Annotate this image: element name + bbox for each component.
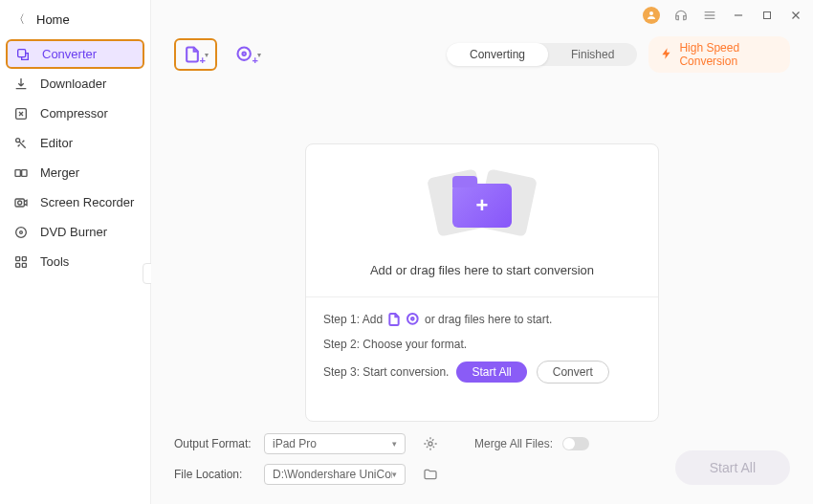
sidebar-item-dvd[interactable]: DVD Burner <box>0 217 150 247</box>
tab-finished[interactable]: Finished <box>548 43 637 66</box>
menu-icon[interactable] <box>702 8 717 23</box>
sidebar-item-label: Merger <box>40 165 79 180</box>
sidebar-item-recorder[interactable]: Screen Recorder <box>0 187 150 217</box>
home-link[interactable]: 〈 Home <box>0 0 150 39</box>
sidebar-item-label: Converter <box>42 47 97 61</box>
sidebar-item-label: Tools <box>40 254 69 269</box>
sidebar-item-label: DVD Burner <box>40 225 107 239</box>
svg-point-6 <box>18 201 22 205</box>
toolbar: + ▾ + ▾ Converting Finished High Speed C… <box>151 31 813 86</box>
merge-row: Merge All Files: <box>474 437 589 450</box>
svg-point-13 <box>649 11 653 15</box>
drop-zone[interactable]: + Add or drag files here to start conver… <box>306 144 658 297</box>
svg-rect-4 <box>22 169 27 176</box>
drop-text: Add or drag files here to start conversi… <box>325 263 639 277</box>
high-speed-badge[interactable]: High Speed Conversion <box>648 36 790 73</box>
output-format-select[interactable]: iPad Pro ▾ <box>264 433 406 454</box>
chevron-down-icon: ▾ <box>392 470 397 479</box>
add-file-mini-icon <box>386 312 402 327</box>
close-icon[interactable] <box>788 8 803 23</box>
svg-point-7 <box>16 227 27 237</box>
drop-card: + Add or drag files here to start conver… <box>305 143 659 422</box>
sidebar-item-editor[interactable]: Editor <box>0 128 150 158</box>
merge-label: Merge All Files: <box>474 437 553 450</box>
svg-rect-9 <box>16 256 20 260</box>
svg-rect-14 <box>764 12 771 19</box>
step-2: Step 2: Choose your format. <box>323 336 641 353</box>
sidebar-item-label: Screen Recorder <box>40 195 134 209</box>
add-dvd-button[interactable]: + ▾ <box>229 40 268 69</box>
dvd-icon <box>13 225 29 240</box>
start-all-mini-button[interactable]: Start All <box>456 362 526 383</box>
svg-point-8 <box>20 230 23 233</box>
titlebar <box>151 0 813 31</box>
merger-icon <box>13 165 29 181</box>
main-area: + ▾ + ▾ Converting Finished High Speed C… <box>151 0 813 504</box>
add-dvd-mini-icon <box>406 312 421 327</box>
tab-converting[interactable]: Converting <box>447 43 548 66</box>
editor-icon <box>13 136 29 151</box>
file-location-label: File Location: <box>174 468 254 481</box>
open-folder-icon[interactable] <box>423 467 438 482</box>
compress-icon <box>13 106 29 121</box>
svg-rect-3 <box>15 169 20 176</box>
sidebar: 〈 Home Converter Downloader Compressor <box>0 0 151 504</box>
svg-rect-11 <box>16 263 20 267</box>
speed-badge-label: High Speed Conversion <box>679 41 779 68</box>
file-location-select[interactable]: D:\Wondershare UniConverter 1 ▾ <box>264 464 406 485</box>
svg-rect-10 <box>22 256 26 260</box>
step-1: Step 1: Add or drag files here to start. <box>323 311 641 328</box>
settings-gear-icon[interactable] <box>423 436 438 451</box>
start-all-button[interactable]: Start All <box>675 450 790 485</box>
svg-rect-5 <box>15 199 24 207</box>
maximize-icon[interactable] <box>759 8 775 23</box>
back-chevron-icon: 〈 <box>13 11 25 28</box>
sidebar-item-label: Editor <box>40 136 73 150</box>
plus-icon: + <box>476 193 489 218</box>
svg-point-15 <box>238 48 251 60</box>
chevron-down-icon: ▾ <box>392 439 397 449</box>
merge-toggle[interactable] <box>562 437 589 450</box>
convert-mini-button[interactable]: Convert <box>537 361 609 383</box>
steps: Step 1: Add or drag files here to start.… <box>306 297 658 399</box>
user-avatar-icon[interactable] <box>643 7 660 24</box>
minimize-icon[interactable] <box>731 8 746 23</box>
svg-rect-12 <box>22 263 26 267</box>
sidebar-item-downloader[interactable]: Downloader <box>0 69 150 99</box>
sidebar-item-compressor[interactable]: Compressor <box>0 99 150 128</box>
bolt-icon <box>660 47 673 63</box>
tools-icon <box>13 254 29 270</box>
sidebar-item-merger[interactable]: Merger <box>0 158 150 187</box>
tab-switch: Converting Finished <box>447 43 637 66</box>
sidebar-item-converter[interactable]: Converter <box>6 39 144 69</box>
folder-illustration: + <box>425 167 539 244</box>
svg-point-19 <box>428 442 432 446</box>
svg-point-16 <box>243 53 246 55</box>
svg-point-18 <box>411 318 414 320</box>
sidebar-item-label: Compressor <box>40 106 108 121</box>
footer: Output Format: iPad Pro ▾ Merge All File… <box>151 422 813 504</box>
sidebar-item-label: Downloader <box>40 77 106 91</box>
svg-rect-0 <box>18 49 26 56</box>
converter-icon <box>15 47 31 62</box>
headset-icon[interactable] <box>673 8 689 23</box>
output-format-label: Output Format: <box>174 437 254 450</box>
step-3: Step 3: Start conversion. Start All Conv… <box>323 361 641 383</box>
sidebar-item-tools[interactable]: Tools <box>0 247 150 276</box>
recorder-icon <box>13 195 29 210</box>
content: + Add or drag files here to start conver… <box>151 86 813 422</box>
download-icon <box>13 77 29 92</box>
add-file-button[interactable]: + ▾ <box>174 38 217 71</box>
home-label: Home <box>36 12 70 27</box>
svg-point-17 <box>407 314 418 324</box>
